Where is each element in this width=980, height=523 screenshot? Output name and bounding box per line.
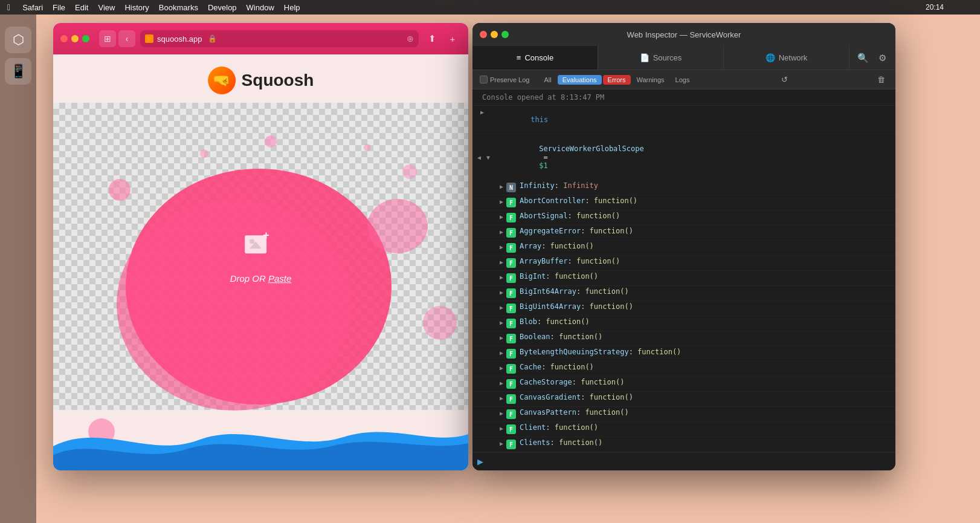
- maximize-button[interactable]: [82, 35, 89, 42]
- filter-logs[interactable]: Logs: [671, 75, 695, 85]
- menu-history[interactable]: History: [124, 3, 149, 12]
- console-prompt: ▶: [477, 457, 483, 466]
- address-bar[interactable]: 🔶 squoosh.app 🔒 ⊕: [140, 30, 419, 47]
- paste-link[interactable]: Paste: [268, 273, 291, 284]
- desktop: ⬡ 📱 ⊞ ‹ 🔶 squoosh.app 🔒 ⊕ ⬆ +: [0, 15, 980, 523]
- safari-right-buttons: ⬆ +: [424, 30, 461, 47]
- console-input[interactable]: [487, 458, 891, 466]
- filter-buttons: All Evaluations Errors Warnings Logs: [539, 75, 694, 85]
- entry-expand-arrow[interactable]: ▶: [497, 393, 506, 403]
- menu-view[interactable]: View: [98, 3, 115, 12]
- console-line-this: ▶ this: [472, 106, 895, 134]
- entry-expand-arrow[interactable]: ▶: [497, 348, 506, 357]
- type-badge: F: [506, 440, 516, 449]
- entry-expand-arrow[interactable]: ▶: [497, 272, 506, 282]
- console-content[interactable]: Console opened at 8:13:47 PM ▶ this ◀ ▼ …: [472, 89, 895, 452]
- entry-expand-arrow[interactable]: ▶: [497, 302, 506, 312]
- inspector-maximize-btn[interactable]: [501, 31, 509, 38]
- menu-window[interactable]: Window: [247, 3, 274, 12]
- type-badge: F: [506, 243, 516, 253]
- entry-expand-arrow[interactable]: ▶: [497, 423, 506, 433]
- upload-area[interactable]: + Drop OR Paste: [230, 230, 292, 284]
- svg-point-8: [200, 149, 208, 158]
- list-item[interactable]: ▶FClient: function(): [472, 422, 895, 437]
- entry-expand-arrow[interactable]: ▶: [497, 363, 506, 372]
- close-button[interactable]: [60, 35, 68, 42]
- tab-network[interactable]: 🌐 Network: [724, 46, 849, 70]
- list-item[interactable]: ▶FBigInt64Array: function(): [472, 286, 895, 301]
- new-tab-btn[interactable]: +: [444, 30, 461, 47]
- preserve-log-checkbox[interactable]: Preserve Log: [480, 76, 529, 83]
- list-item[interactable]: ▶FCanvasGradient: function(): [472, 392, 895, 407]
- entry-expand-arrow[interactable]: ▶: [497, 242, 506, 252]
- apple-menu[interactable]: : [7, 2, 10, 12]
- scope-expand-arrow[interactable]: ▼: [483, 152, 493, 162]
- preserve-log-check-box[interactable]: [480, 76, 488, 83]
- entry-expand-arrow[interactable]: ▶: [497, 408, 506, 418]
- entry-expand-arrow[interactable]: ▶: [497, 197, 506, 206]
- type-badge: F: [506, 379, 516, 389]
- list-item[interactable]: ▶NInfinity: Infinity: [472, 180, 895, 195]
- list-item[interactable]: ▶FCacheStorage: function(): [472, 377, 895, 392]
- type-badge: F: [506, 304, 516, 313]
- inspector-close-btn[interactable]: [480, 31, 487, 38]
- grid-view-btn[interactable]: ⊞: [99, 30, 116, 47]
- entry-expand-arrow[interactable]: ▶: [497, 212, 506, 221]
- list-item[interactable]: ▶FAbortSignal: function(): [472, 210, 895, 226]
- clear-console-btn[interactable]: 🗑: [875, 73, 888, 86]
- nav-buttons: ⊞ ‹: [99, 30, 135, 47]
- menu-file[interactable]: File: [53, 3, 65, 12]
- list-item[interactable]: ▶FBlob: function(): [472, 316, 895, 331]
- entry-expand-arrow[interactable]: ▶: [497, 257, 506, 267]
- sidebar-icon-2[interactable]: 📱: [5, 58, 31, 85]
- filter-warnings[interactable]: Warnings: [632, 75, 669, 85]
- menu-safari[interactable]: Safari: [22, 3, 43, 12]
- menu-develop[interactable]: Develop: [208, 3, 237, 12]
- entry-expand-arrow[interactable]: ▶: [497, 287, 506, 297]
- type-badge: F: [506, 394, 516, 404]
- svg-point-5: [423, 306, 457, 340]
- list-item[interactable]: ▶FArray: function(): [472, 241, 895, 256]
- filter-all[interactable]: All: [539, 75, 556, 85]
- type-badge: F: [506, 198, 516, 207]
- entry-expand-arrow[interactable]: ▶: [497, 181, 506, 191]
- scope-header[interactable]: ◀ ▼ ServiceWorkerGlobalScope = $1: [472, 134, 895, 180]
- entry-expand-arrow[interactable]: ▶: [497, 317, 506, 327]
- list-item[interactable]: ▶FCanvasPattern: function(): [472, 407, 895, 422]
- back-btn[interactable]: ‹: [118, 30, 135, 47]
- list-item[interactable]: ▶FByteLengthQueuingStrategy: function(): [472, 346, 895, 362]
- inspector-panel: Web Inspector — ServiceWorker ≡ Console …: [472, 23, 895, 470]
- sidebar-icon-1[interactable]: ⬡: [5, 27, 31, 53]
- menu-help[interactable]: Help: [284, 3, 300, 12]
- entry-expand-arrow[interactable]: ▶: [497, 438, 506, 448]
- list-item[interactable]: ▶FAbortController: function(): [472, 195, 895, 210]
- inspector-traffic-lights: [480, 31, 509, 38]
- list-item[interactable]: ▶FArrayBuffer: function(): [472, 256, 895, 271]
- menu-edit[interactable]: Edit: [75, 3, 88, 12]
- tab-sources[interactable]: 📄 Sources: [598, 46, 724, 70]
- type-badge: F: [506, 334, 516, 343]
- list-item[interactable]: ▶FClients: function(): [472, 437, 895, 452]
- list-item[interactable]: ▶FAggregateError: function(): [472, 226, 895, 241]
- svg-point-12: [250, 239, 255, 244]
- menu-bookmarks[interactable]: Bookmarks: [159, 3, 198, 12]
- minimize-button[interactable]: [71, 35, 79, 42]
- list-item[interactable]: ▶FBigInt: function(): [472, 271, 895, 286]
- svg-point-4: [402, 164, 417, 179]
- inspector-settings-btn[interactable]: ⚙: [874, 50, 891, 67]
- tab-console[interactable]: ≡ Console: [472, 46, 598, 70]
- list-item[interactable]: ▶FBigUint64Array: function(): [472, 301, 895, 316]
- entry-text: BigInt: function(): [520, 272, 891, 281]
- filter-errors[interactable]: Errors: [603, 75, 631, 85]
- entry-expand-arrow[interactable]: ▶: [497, 378, 506, 388]
- inspector-minimize-btn[interactable]: [491, 31, 498, 38]
- list-item[interactable]: ▶FBoolean: function(): [472, 331, 895, 346]
- filter-evaluations[interactable]: Evaluations: [558, 75, 602, 85]
- this-expand[interactable]: ▶: [477, 107, 487, 117]
- entry-expand-arrow[interactable]: ▶: [497, 227, 506, 236]
- entry-expand-arrow[interactable]: ▶: [497, 333, 506, 342]
- share-btn[interactable]: ⬆: [424, 30, 440, 47]
- list-item[interactable]: ▶FCache: function(): [472, 362, 895, 377]
- inspector-search-btn[interactable]: 🔍: [854, 50, 871, 67]
- reload-console-btn[interactable]: ↺: [778, 73, 791, 86]
